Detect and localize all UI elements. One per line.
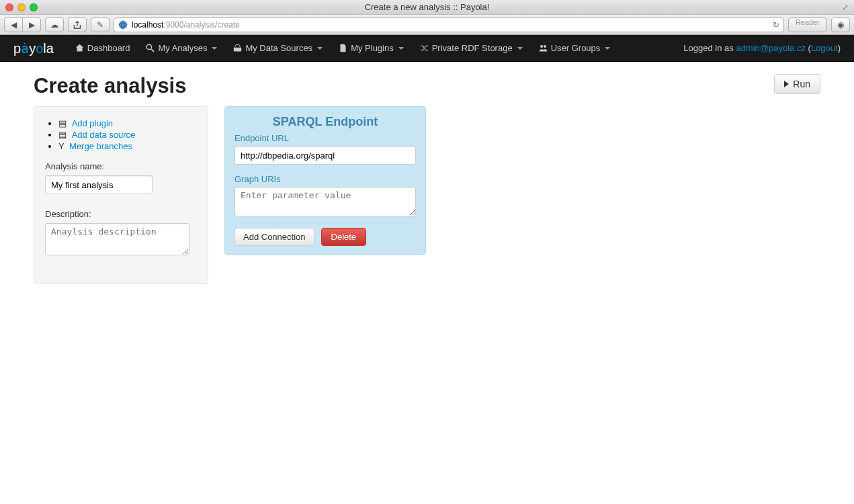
hdd-icon: ▤ <box>58 118 67 128</box>
nav-my-plugins[interactable]: My Plugins <box>331 36 412 60</box>
url-bar[interactable]: localhost:9000/analysis/create ↻ <box>114 17 784 32</box>
graph-uris-label: Graph URIs <box>234 174 416 184</box>
nav-dashboard[interactable]: Dashboard <box>67 36 138 60</box>
play-icon <box>784 81 789 87</box>
svg-rect-5 <box>234 48 241 52</box>
logo[interactable]: pȧyola <box>13 40 54 56</box>
glass-icon: Y <box>58 141 64 151</box>
downloads-button[interactable]: ◉ <box>831 17 850 32</box>
window-title: Create a new analysis :: Payola! <box>0 2 854 12</box>
nav-my-analyses[interactable]: My Analyses <box>138 36 225 60</box>
svg-line-4 <box>152 49 155 52</box>
add-plugin-link[interactable]: Add plugin <box>72 118 113 128</box>
sidebar-panel: ▤ Add plugin ▤ Add data source Y Merge b… <box>34 106 208 284</box>
back-button[interactable]: ◀ <box>4 17 23 32</box>
user-email-link[interactable]: admin@payola.cz <box>736 43 806 53</box>
url-text: localhost:9000/analysis/create <box>132 20 240 30</box>
endpoint-url-label: Endpoint URL <box>234 133 416 143</box>
forward-button[interactable]: ▶ <box>22 17 41 32</box>
sidebar-action-merge-branches[interactable]: Y Merge branches <box>58 140 197 152</box>
home-icon <box>75 44 84 52</box>
icloud-button[interactable]: ☁ <box>45 17 64 32</box>
plugin-title: SPARQL Endpoint <box>234 115 416 129</box>
page-title: Create analysis <box>34 74 186 98</box>
svg-point-3 <box>147 44 152 49</box>
delete-button[interactable]: Delete <box>321 228 367 246</box>
browser-toolbar: ◀ ▶ ☁ ✎ localhost:9000/analysis/create ↻… <box>0 15 854 35</box>
users-icon <box>539 44 548 52</box>
random-icon <box>420 44 429 52</box>
share-button[interactable] <box>68 17 87 32</box>
plugin-panel: SPARQL Endpoint Endpoint URL Graph URIs … <box>224 106 426 255</box>
svg-point-7 <box>544 45 546 48</box>
svg-point-6 <box>540 45 543 48</box>
window-titlebar: Create a new analysis :: Payola! ⤢ <box>0 0 854 15</box>
add-data-source-link[interactable]: Add data source <box>72 130 136 140</box>
nav-user-groups[interactable]: User Groups <box>531 36 619 60</box>
description-textarea[interactable] <box>45 223 189 255</box>
hdd-icon <box>233 44 242 52</box>
reader-button[interactable]: Reader <box>788 17 827 32</box>
autofill-button[interactable]: ✎ <box>91 17 110 32</box>
hdd-icon: ▤ <box>58 130 67 140</box>
sidebar-action-add-plugin[interactable]: ▤ Add plugin <box>58 118 197 129</box>
analysis-name-label: Analysis name: <box>45 161 197 171</box>
reload-icon[interactable]: ↻ <box>773 20 779 30</box>
add-connection-button[interactable]: Add Connection <box>234 228 314 246</box>
svg-point-0 <box>119 20 127 28</box>
sidebar-action-add-data-source[interactable]: ▤ Add data source <box>58 129 197 140</box>
endpoint-url-input[interactable] <box>234 146 416 165</box>
nav-my-data-sources[interactable]: My Data Sources <box>225 36 331 60</box>
file-icon <box>339 44 347 52</box>
search-icon <box>146 44 155 52</box>
description-label: Description: <box>45 209 197 219</box>
graph-uris-textarea[interactable] <box>234 187 416 216</box>
merge-branches-link[interactable]: Merge branches <box>69 141 132 151</box>
app-navbar: pȧyola Dashboard My Analyses My Data Sou… <box>0 35 854 62</box>
logout-link[interactable]: Logout <box>811 43 838 53</box>
site-globe-icon <box>118 20 128 30</box>
user-info: Logged in as admin@payola.cz (Logout) <box>683 43 841 53</box>
share-icon <box>73 21 81 29</box>
nav-private-rdf-storage[interactable]: Private RDF Storage <box>412 36 531 60</box>
analysis-name-input[interactable] <box>45 175 153 194</box>
run-button[interactable]: Run <box>774 74 820 94</box>
